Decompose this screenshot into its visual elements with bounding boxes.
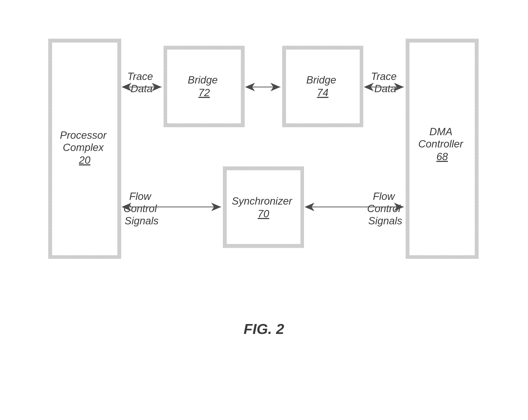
bridge-right-label: Bridge 74 [306, 74, 339, 98]
dma-controller-label: DMA Controller 68 [418, 126, 466, 162]
flow-control-right-label: Flow Control Signals [367, 191, 403, 227]
synchronizer-block: Synchronizer 70 [223, 167, 304, 248]
svg-rect-21 [223, 167, 227, 248]
svg-rect-4 [48, 255, 121, 259]
svg-rect-11 [163, 46, 245, 50]
svg-rect-13 [163, 46, 167, 127]
svg-rect-5 [48, 39, 52, 259]
processor-complex-label: Processor Complex 20 [60, 129, 109, 166]
svg-rect-6 [117, 39, 121, 259]
trace-data-right-label: Trace Data [371, 71, 399, 94]
svg-rect-16 [282, 123, 363, 127]
flow-control-left-label: Flow Control Signals [123, 191, 160, 227]
svg-rect-18 [360, 46, 363, 127]
bridge-left-block: Bridge 72 [163, 46, 245, 127]
svg-rect-9 [406, 39, 409, 259]
svg-rect-17 [282, 46, 286, 127]
synchronizer-label: Synchronizer 70 [232, 195, 295, 219]
svg-rect-22 [300, 167, 304, 248]
svg-rect-7 [406, 39, 479, 43]
svg-rect-15 [282, 46, 363, 50]
trace-data-left-label: Trace Data [127, 71, 156, 94]
bridge-left-label: Bridge 72 [188, 74, 220, 98]
processor-complex-block: Processor Complex 20 [48, 39, 121, 259]
bridge-right-block: Bridge 74 [282, 46, 363, 127]
diagram-canvas: Processor Complex 20 DMA Controller 68 B… [0, 0, 528, 420]
dma-controller-block: DMA Controller 68 [406, 39, 479, 259]
svg-rect-12 [163, 123, 245, 127]
svg-rect-3 [48, 39, 121, 43]
svg-rect-10 [475, 39, 479, 259]
svg-rect-8 [406, 255, 479, 259]
svg-rect-14 [241, 46, 245, 127]
figure-caption: FIG. 2 [244, 321, 284, 337]
svg-rect-19 [223, 167, 304, 170]
svg-rect-20 [223, 244, 304, 248]
